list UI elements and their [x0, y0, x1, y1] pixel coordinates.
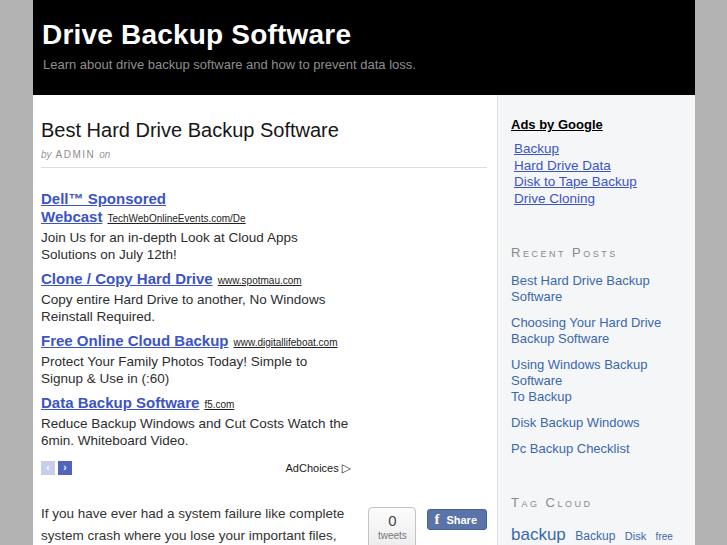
ad-unit: Data Backup Softwaref5.com Reduce Backup…: [41, 394, 371, 449]
recent-post-link[interactable]: Best Hard Drive Backup Software: [511, 273, 687, 305]
ad-description: Copy entire Hard Drive to another, No Wi…: [41, 291, 371, 325]
sidebar: Ads by Google Backup Hard Drive Data Dis…: [497, 95, 695, 545]
ad-title-link[interactable]: Data Backup Software: [41, 394, 199, 411]
ad-title-row: Dell™ Sponsored WebcastTechWebOnlineEven…: [41, 190, 371, 226]
ad-unit: Dell™ Sponsored WebcastTechWebOnlineEven…: [41, 190, 371, 263]
ad-unit: Clone / Copy Hard Drivewww.spotmau.com C…: [41, 270, 371, 325]
ad-footer: ‹ › AdChoices ▷: [41, 461, 351, 475]
tweet-count-box: 0 tweets: [368, 507, 416, 545]
sidebar-ad-link[interactable]: Backup: [514, 141, 687, 158]
ad-unit: Free Online Cloud Backupwww.digitallifeb…: [41, 332, 371, 387]
ad-title-row: Data Backup Softwaref5.com: [41, 394, 371, 412]
tweet-count-label: tweets: [369, 530, 415, 541]
facebook-share-label: Share: [446, 514, 477, 526]
ad-title-link[interactable]: Free Online Cloud Backup: [41, 332, 229, 349]
byline-by: by: [41, 149, 52, 160]
twitter-widget: 0 tweets tweet: [368, 507, 416, 545]
sidebar-ad-link[interactable]: Disk to Tape Backup: [514, 174, 687, 191]
sidebar-google-ad-links: Backup Hard Drive Data Disk to Tape Back…: [511, 141, 687, 207]
ad-prev-arrow-icon[interactable]: ‹: [41, 461, 55, 475]
recent-posts-heading: Recent Posts: [511, 245, 687, 260]
ad-title-row: Free Online Cloud Backupwww.digitallifeb…: [41, 332, 371, 350]
recent-post-link[interactable]: Choosing Your Hard Drive Backup Software: [511, 315, 687, 347]
main-column: Best Hard Drive Backup Software byADMINo…: [33, 95, 497, 545]
article-intro-row: If you have ever had a system failure li…: [41, 503, 487, 545]
tweet-count: 0: [369, 512, 415, 529]
byline-on: on: [99, 149, 110, 160]
tag-cloud: backup Backup Disk free linux online sof…: [511, 523, 689, 545]
ad-domain-link[interactable]: www.digitallifeboat.com: [234, 337, 338, 348]
recent-post-link[interactable]: Pc Backup Checklist: [511, 441, 687, 457]
post-title: Best Hard Drive Backup Software: [41, 119, 487, 142]
recent-post-link[interactable]: Using Windows Backup Software To Backup: [511, 357, 687, 405]
recent-post-link[interactable]: Disk Backup Windows: [511, 415, 687, 431]
article-paragraph: If you have ever had a system failure li…: [41, 503, 356, 545]
sidebar-ads-by-google-heading[interactable]: Ads by Google: [511, 117, 687, 132]
site-title: Drive Backup Software: [42, 19, 685, 51]
adchoices-icon: ▷: [342, 461, 351, 475]
ad-title-link[interactable]: Clone / Copy Hard Drive: [41, 270, 213, 287]
sidebar-ad-link[interactable]: Drive Cloning: [514, 191, 687, 208]
recent-posts-list: Best Hard Drive Backup Software Choosing…: [511, 273, 687, 457]
site-header: Drive Backup Software Learn about drive …: [33, 0, 695, 95]
page-container: Drive Backup Software Learn about drive …: [33, 0, 695, 545]
byline-author: ADMIN: [56, 149, 96, 160]
ad-description: Join Us for an in-depth Look at Cloud Ap…: [41, 229, 371, 263]
adchoices-link[interactable]: AdChoices ▷: [286, 461, 352, 475]
tag-link[interactable]: free: [656, 531, 673, 542]
tag-link[interactable]: backup: [511, 525, 566, 544]
share-widgets: 0 tweets tweet f Share: [368, 503, 487, 545]
tag-link[interactable]: Disk: [625, 530, 646, 542]
tag-cloud-heading: Tag Cloud: [511, 495, 687, 510]
ad-description: Reduce Backup Windows and Cut Costs Watc…: [41, 415, 371, 449]
content-area: Best Hard Drive Backup Software byADMINo…: [33, 95, 695, 545]
facebook-share-button[interactable]: f Share: [427, 509, 487, 530]
ad-title-row: Clone / Copy Hard Drivewww.spotmau.com: [41, 270, 371, 288]
adsense-block: Dell™ Sponsored WebcastTechWebOnlineEven…: [41, 190, 487, 449]
site-tagline: Learn about drive backup software and ho…: [43, 57, 685, 72]
ad-domain-link[interactable]: www.spotmau.com: [218, 275, 302, 286]
ad-next-arrow-icon[interactable]: ›: [58, 461, 72, 475]
post-byline: byADMINon: [41, 149, 487, 168]
tag-link[interactable]: Backup: [575, 529, 615, 543]
sidebar-ad-link[interactable]: Hard Drive Data: [514, 158, 687, 175]
ad-domain-link[interactable]: TechWebOnlineEvents.com/De: [107, 213, 245, 224]
ad-description: Protect Your Family Photos Today! Simple…: [41, 353, 371, 387]
ad-domain-link[interactable]: f5.com: [204, 399, 234, 410]
adchoices-label: AdChoices: [286, 462, 339, 474]
facebook-f-icon: f: [434, 511, 439, 528]
